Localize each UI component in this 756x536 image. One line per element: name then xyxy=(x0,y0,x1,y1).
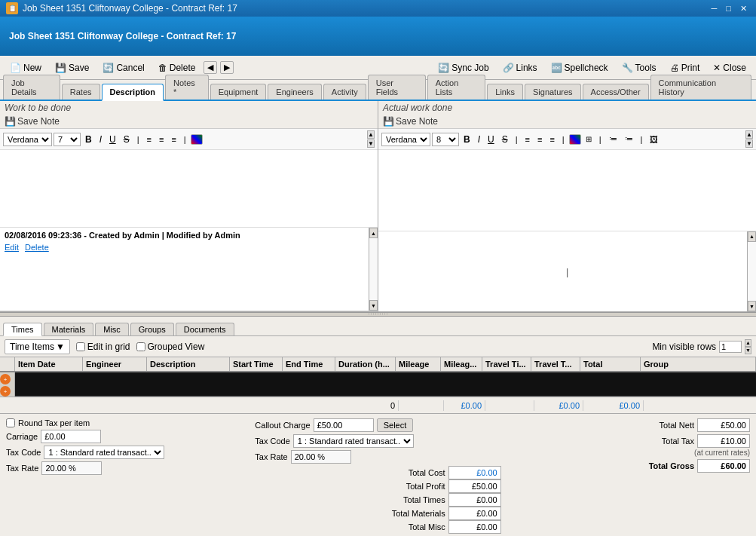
vscroll-up-right[interactable]: ▲ xyxy=(748,231,756,242)
tab-action-lists[interactable]: Action Lists xyxy=(427,75,486,100)
delete-link[interactable]: Delete xyxy=(25,243,49,252)
align-right-btn-right[interactable]: ≡ xyxy=(546,133,557,145)
italic-btn-right[interactable]: I xyxy=(475,133,483,146)
text-input-right[interactable] xyxy=(378,150,756,231)
underline-btn-right[interactable]: U xyxy=(485,133,497,146)
maximize-button[interactable]: □ xyxy=(723,4,734,14)
col-header-description[interactable]: Description xyxy=(147,357,230,371)
tax-code-select-2[interactable]: 1 : Standard rated transact... xyxy=(293,434,414,448)
save-button[interactable]: 💾 Save xyxy=(50,60,94,75)
edit-in-grid-checkbox[interactable] xyxy=(76,342,85,351)
next-button[interactable]: ▶ xyxy=(220,61,234,74)
align-center-btn-left[interactable]: ≡ xyxy=(156,133,167,145)
sub-tab-groups[interactable]: Groups xyxy=(130,323,174,335)
table-btn-right[interactable]: ⊞ xyxy=(583,133,595,145)
carriage-input[interactable] xyxy=(41,430,101,443)
font-select-right[interactable]: Verdana xyxy=(381,133,430,146)
col-header-end-time[interactable]: End Time xyxy=(283,357,335,371)
col-header-engineer[interactable]: Engineer xyxy=(83,357,147,371)
vscroll-up-left[interactable]: ▲ xyxy=(369,228,378,238)
edit-in-grid-label[interactable]: Edit in grid xyxy=(76,342,130,352)
col-header-item-date[interactable]: Item Date xyxy=(15,357,83,371)
tab-engineers[interactable]: Engineers xyxy=(268,84,322,100)
time-items-dropdown[interactable]: Time Items ▼ xyxy=(5,339,70,354)
tab-job-details[interactable]: Job Details xyxy=(3,75,60,100)
callout-input[interactable] xyxy=(314,418,374,432)
list2-btn-right[interactable]: ≔ xyxy=(622,133,636,145)
tools-button[interactable]: 🔧 Tools xyxy=(617,60,662,75)
list-btn-right[interactable]: ≔ xyxy=(606,133,620,145)
rows-down-btn[interactable]: ▼ xyxy=(745,347,751,354)
scroll-down-left[interactable]: ▼ xyxy=(367,139,375,148)
color-btn-left[interactable] xyxy=(191,134,203,145)
delete-button[interactable]: 🗑 Delete xyxy=(153,60,201,75)
bold-btn-right[interactable]: B xyxy=(461,133,473,146)
col-header-mileage[interactable]: Mileage xyxy=(396,357,441,371)
sub-tab-materials[interactable]: Materials xyxy=(44,323,94,335)
select-button[interactable]: Select xyxy=(377,418,414,432)
close-window-button[interactable]: ✕ xyxy=(737,4,750,14)
scroll-down-right[interactable]: ▼ xyxy=(745,139,753,148)
tab-comm-history[interactable]: Communication History xyxy=(650,75,751,100)
tax-code-select-1[interactable]: 1 : Standard rated transact... xyxy=(44,446,164,459)
print-button[interactable]: 🖨 Print xyxy=(665,60,705,75)
col-header-duration[interactable]: Duration (h... xyxy=(335,357,396,371)
col-header-total[interactable]: Total xyxy=(580,357,641,371)
strikethrough-btn-left[interactable]: S xyxy=(121,133,133,146)
scroll-up-right[interactable]: ▲ xyxy=(745,130,753,139)
new-button[interactable]: 📄 New xyxy=(5,60,47,75)
scroll-up-left[interactable]: ▲ xyxy=(367,130,375,139)
cancel-button[interactable]: 🔄 Cancel xyxy=(97,60,149,75)
min-rows-control: Min visible rows ▲ ▼ xyxy=(652,339,751,354)
save-note-left-button[interactable]: 💾 Save Note xyxy=(5,116,60,127)
sub-tab-times[interactable]: Times xyxy=(3,323,42,336)
sub-tab-documents[interactable]: Documents xyxy=(176,323,234,335)
font-select-left[interactable]: Verdana xyxy=(3,133,52,146)
italic-btn-left[interactable]: I xyxy=(96,133,105,146)
underline-btn-left[interactable]: U xyxy=(106,133,119,146)
text-input-left[interactable] xyxy=(0,150,378,227)
col-header-start-time[interactable]: Start Time xyxy=(230,357,283,371)
strikethrough-btn-right[interactable]: S xyxy=(499,133,511,146)
tab-description[interactable]: Description xyxy=(102,84,164,101)
sync-button[interactable]: 🔄 Sync Job xyxy=(433,60,494,75)
align-center-btn-right[interactable]: ≡ xyxy=(534,133,545,145)
align-right-btn-left[interactable]: ≡ xyxy=(168,133,179,145)
tab-activity[interactable]: Activity xyxy=(323,84,366,100)
prev-button[interactable]: ◀ xyxy=(204,61,217,74)
close-button[interactable]: ✕ Close xyxy=(708,60,751,75)
tab-access-other[interactable]: Access/Other xyxy=(583,84,649,100)
sub-tab-misc[interactable]: Misc xyxy=(95,323,129,335)
grouped-view-label[interactable]: Grouped View xyxy=(136,342,205,352)
align-left-btn-left[interactable]: ≡ xyxy=(144,133,155,145)
size-select-left[interactable]: 7 xyxy=(54,133,81,146)
minimize-button[interactable]: ─ xyxy=(709,4,721,14)
edit-link[interactable]: Edit xyxy=(5,243,19,252)
grouped-view-checkbox[interactable] xyxy=(136,342,145,351)
min-rows-input[interactable] xyxy=(719,341,742,353)
spellcheck-button[interactable]: 🔤 Spellcheck xyxy=(546,60,614,75)
col-header-group[interactable]: Group xyxy=(641,357,756,371)
img-btn-right[interactable]: 🖼 xyxy=(647,133,661,145)
add-row-btn-1[interactable]: + xyxy=(0,374,11,384)
tab-equipment[interactable]: Equipment xyxy=(210,84,267,100)
add-row-btn-2[interactable]: + xyxy=(0,386,11,397)
col-header-travel-time[interactable]: Travel Ti... xyxy=(482,357,531,371)
tab-rates[interactable]: Rates xyxy=(62,84,100,100)
col-header-mileage2[interactable]: Mileag... xyxy=(441,357,482,371)
tab-notes[interactable]: Notes * xyxy=(165,75,209,100)
tab-links[interactable]: Links xyxy=(487,84,523,100)
color-btn-right[interactable] xyxy=(569,134,581,145)
col-header-travel-t2[interactable]: Travel T... xyxy=(531,357,580,371)
vscroll-down-right[interactable]: ▼ xyxy=(748,301,756,311)
tab-user-fields[interactable]: User Fields xyxy=(368,75,426,100)
round-tax-checkbox[interactable] xyxy=(6,418,15,427)
tab-signatures[interactable]: Signatures xyxy=(525,84,581,100)
bold-btn-left[interactable]: B xyxy=(82,133,95,146)
vscroll-down-left[interactable]: ▼ xyxy=(369,300,378,311)
links-button[interactable]: 🔗 Links xyxy=(497,60,543,75)
align-left-btn-right[interactable]: ≡ xyxy=(522,133,533,145)
rows-up-btn[interactable]: ▲ xyxy=(745,339,751,347)
save-note-right-button[interactable]: 💾 Save Note xyxy=(383,116,438,127)
size-select-right[interactable]: 8 xyxy=(432,133,459,146)
